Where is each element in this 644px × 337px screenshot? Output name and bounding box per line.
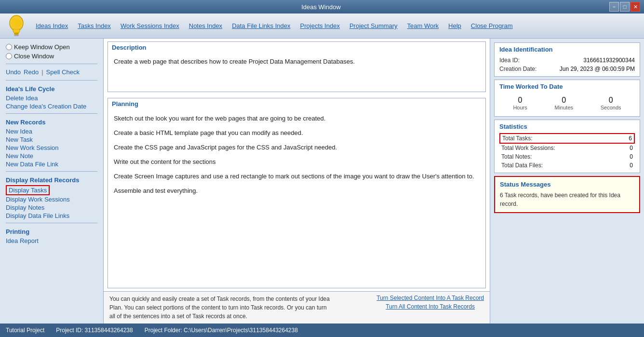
total-data-files-label: Total Data Files: xyxy=(501,162,543,169)
total-tasks-value: 6 xyxy=(629,135,632,142)
idea-id-title: Idea Identification xyxy=(499,46,635,53)
idea-report-link[interactable]: Idea Report xyxy=(6,237,97,245)
total-work-sessions-row: Total Work Sessions: 0 xyxy=(499,144,635,152)
time-grid: 0 Hours 0 Minutes 0 Seconds xyxy=(499,93,635,113)
minimize-icon: − xyxy=(613,4,616,10)
turn-selected-link[interactable]: Turn Selected Content Into A Task Record xyxy=(376,295,484,301)
planning-item-5: Create Screen Image captures and use a r… xyxy=(114,171,480,182)
window-title: Ideas Window xyxy=(33,3,609,11)
description-text: Create a web page that describes how to … xyxy=(114,58,355,65)
sidebar: Keep Window Open Close Window Undo Redo … xyxy=(0,39,104,324)
redo-link[interactable]: Redo xyxy=(24,68,39,76)
nav-team-work[interactable]: Team Work xyxy=(402,20,444,31)
total-notes-label: Total Notes: xyxy=(501,153,532,160)
maximize-button[interactable]: □ xyxy=(620,2,630,12)
planning-item-3: Create the CSS page and JavaScript pages… xyxy=(114,142,480,153)
hours-label: Hours xyxy=(513,105,527,110)
main-layout: Keep Window Open Close Window Undo Redo … xyxy=(0,39,644,324)
undo-link[interactable]: Undo xyxy=(6,68,21,76)
creation-date-label: Creation Date: xyxy=(499,66,537,72)
status-message-text: 6 Task records, have been created for th… xyxy=(500,191,634,208)
spell-check-link[interactable]: Spell Check xyxy=(46,68,80,76)
creation-date-value: Jun 29, 2023 @ 06:00:59 PM xyxy=(560,66,635,72)
svg-point-0 xyxy=(10,15,23,31)
hours-value: 0 xyxy=(513,96,527,105)
bottom-links: Turn Selected Content Into A Task Record… xyxy=(376,295,484,310)
printing-title: Printing xyxy=(6,228,97,235)
nav-project-summary[interactable]: Project Summary xyxy=(345,20,402,31)
keep-window-open-radio[interactable]: Keep Window Open xyxy=(6,42,97,52)
change-creation-date-link[interactable]: Change Idea's Creation Date xyxy=(6,102,97,110)
status-project: Tutorial Project xyxy=(6,327,44,334)
delete-idea-link[interactable]: Delete Idea xyxy=(6,94,97,102)
nav-links: Ideas Index Tasks Index Work Sessions In… xyxy=(31,20,518,31)
close-window-radio[interactable]: Close Window xyxy=(6,52,97,61)
display-tasks-link[interactable]: Display Tasks xyxy=(6,185,50,195)
planning-item-1: Sketch out the look you want for the web… xyxy=(114,113,480,124)
new-task-link[interactable]: New Task xyxy=(6,135,97,144)
keep-window-open-label: Keep Window Open xyxy=(14,43,70,51)
app-logo xyxy=(4,13,29,39)
total-tasks-row: Total Tasks: 6 xyxy=(499,133,635,144)
minimize-button[interactable]: − xyxy=(609,2,619,12)
nav-projects-index[interactable]: Projects Index xyxy=(295,20,345,31)
idea-id-row: Idea ID: 3166611932900344 xyxy=(499,56,635,65)
nav-bar: Ideas Index Tasks Index Work Sessions In… xyxy=(0,13,644,39)
total-notes-value: 0 xyxy=(630,153,633,160)
status-messages-box: Status Messages 6 Task records, have bee… xyxy=(494,176,640,213)
svg-rect-1 xyxy=(14,33,19,35)
new-work-session-link[interactable]: New Work Session xyxy=(6,144,97,152)
display-data-file-links-link[interactable]: Display Data File Links xyxy=(6,212,97,220)
total-data-files-row: Total Data Files: 0 xyxy=(499,161,635,170)
turn-all-link[interactable]: Turn All Content Into Task Records xyxy=(376,303,484,310)
seconds-label: Seconds xyxy=(601,105,621,110)
hours-cell: 0 Hours xyxy=(513,96,527,110)
close-window-label: Close Window xyxy=(14,53,54,60)
statistics-title: Statistics xyxy=(499,123,635,130)
display-notes-link[interactable]: Display Notes xyxy=(6,203,97,212)
total-work-sessions-label: Total Work Sessions: xyxy=(501,145,555,151)
nav-ideas-index[interactable]: Ideas Index xyxy=(31,20,73,31)
close-icon: ✕ xyxy=(633,4,638,10)
nav-tasks-index[interactable]: Tasks Index xyxy=(73,20,116,31)
title-bar: Ideas Window − □ ✕ xyxy=(0,0,644,13)
minutes-cell: 0 Minutes xyxy=(554,96,573,110)
description-section: Description Create a web page that descr… xyxy=(107,41,486,92)
idea-id-value: 3166611932900344 xyxy=(583,57,635,64)
status-bar: Tutorial Project Project ID: 31135844326… xyxy=(0,324,644,337)
svg-rect-2 xyxy=(14,35,19,36)
content-area: Description Create a web page that descr… xyxy=(104,39,490,324)
creation-date-row: Creation Date: Jun 29, 2023 @ 06:00:59 P… xyxy=(499,65,635,73)
new-idea-link[interactable]: New Idea xyxy=(6,127,97,135)
status-messages-title: Status Messages xyxy=(500,181,634,188)
status-project-id: Project ID: 311358443264238 xyxy=(56,327,133,334)
display-work-sessions-link[interactable]: Display Work Sessions xyxy=(6,195,97,203)
total-work-sessions-value: 0 xyxy=(630,145,633,151)
undo-redo-spellcheck: Undo Redo | Spell Check xyxy=(6,67,97,77)
description-body: Create a web page that describes how to … xyxy=(108,53,485,92)
time-worked-box: Time Worked To Date 0 Hours 0 Minutes 0 … xyxy=(494,80,640,117)
status-project-folder: Project Folder: C:\Users\Darren\Projects… xyxy=(145,327,298,334)
nav-notes-index[interactable]: Notes Index xyxy=(184,20,227,31)
maximize-icon: □ xyxy=(623,4,627,10)
nav-data-file-links-index[interactable]: Data File Links Index xyxy=(227,20,295,31)
idea-id-label: Idea ID: xyxy=(499,57,520,64)
life-cycle-title: Idea's Life Cycle xyxy=(6,85,97,93)
close-button[interactable]: ✕ xyxy=(631,2,640,12)
new-data-file-link-link[interactable]: New Data File Link xyxy=(6,160,97,168)
new-records-title: New Records xyxy=(6,119,97,126)
planning-scroll[interactable]: Sketch out the look you want for the web… xyxy=(108,109,485,288)
nav-work-sessions-index[interactable]: Work Sessions Index xyxy=(116,20,184,31)
new-note-link[interactable]: New Note xyxy=(6,152,97,160)
statistics-box: Statistics Total Tasks: 6 Total Work Ses… xyxy=(494,120,640,173)
planning-section: Planning Sketch out the look you want fo… xyxy=(107,98,486,288)
planning-item-4: Write out the content for the sections xyxy=(114,157,480,167)
planning-item-2: Create a basic HTML template page that y… xyxy=(114,128,480,138)
nav-close-program[interactable]: Close Program xyxy=(466,20,518,31)
seconds-value: 0 xyxy=(601,96,621,105)
bottom-toolbar: You can quickly and easily create a set … xyxy=(104,291,490,324)
nav-help[interactable]: Help xyxy=(443,20,466,31)
display-related-title: Display Related Records xyxy=(6,176,97,184)
planning-item-6: Assemble and test everything. xyxy=(114,186,480,196)
minutes-label: Minutes xyxy=(554,105,573,110)
